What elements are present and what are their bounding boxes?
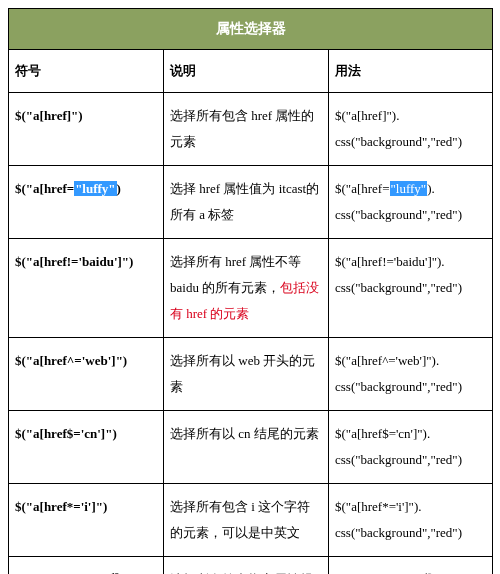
table-row: $("a[href="luffy") 选择 href 属性值为 itcast的所… bbox=[9, 166, 493, 239]
usage-cell: $("a[href][title='我']"). css("background… bbox=[329, 557, 493, 575]
desc-cell: 选择所有以 web 开头的元素 bbox=[164, 338, 329, 411]
symbol-cell: $("a[href*='i']") bbox=[9, 484, 164, 557]
highlight-text: "luffy" bbox=[390, 181, 428, 196]
header-symbol: 符号 bbox=[9, 50, 164, 93]
symbol-cell: $("a[href$='cn']") bbox=[9, 411, 164, 484]
usage-text: $("a[href= bbox=[335, 181, 390, 196]
table-row: $("a[href^='web']") 选择所有以 web 开头的元素 $("a… bbox=[9, 338, 493, 411]
table-row: $("a[href!='baidu']") 选择所有 href 属性不等baid… bbox=[9, 239, 493, 338]
usage-cell: $("a[href!='baidu']"). css("background",… bbox=[329, 239, 493, 338]
symbol-cell: $("a[href][title='我']") bbox=[9, 557, 164, 575]
symbol-text: $("a[href= bbox=[15, 181, 74, 196]
usage-cell: $("a[href$='cn']"). css("background","re… bbox=[329, 411, 493, 484]
attribute-selector-table: 属性选择器 符号 说明 用法 $("a[href]") 选择所有包含 href … bbox=[8, 8, 493, 574]
usage-cell: $("a[href="luffy"). css("background","re… bbox=[329, 166, 493, 239]
symbol-cell: $("a[href="luffy") bbox=[9, 166, 164, 239]
symbol-text: ) bbox=[117, 181, 121, 196]
symbol-cell: $("a[href]") bbox=[9, 93, 164, 166]
desc-cell: 选择所有以 cn 结尾的元素 bbox=[164, 411, 329, 484]
header-desc: 说明 bbox=[164, 50, 329, 93]
usage-cell: $("a[href*='i']"). css("background","red… bbox=[329, 484, 493, 557]
usage-cell: $("a[href]"). css("background","red") bbox=[329, 93, 493, 166]
usage-cell: $("a[href^='web']"). css("background","r… bbox=[329, 338, 493, 411]
symbol-cell: $("a[href^='web']") bbox=[9, 338, 164, 411]
desc-cell: 选择 href 属性值为 itcast的所有 a 标签 bbox=[164, 166, 329, 239]
highlight-text: "luffy" bbox=[74, 181, 116, 196]
table-row: $("a[href*='i']") 选择所有包含 i 这个字符的元素，可以是中英… bbox=[9, 484, 493, 557]
desc-cell: 选择所有包含 i 这个字符的元素，可以是中英文 bbox=[164, 484, 329, 557]
desc-cell: 选择所有 href 属性不等baidu 的所有元素，包括没有 href 的元素 bbox=[164, 239, 329, 338]
table-title: 属性选择器 bbox=[9, 9, 493, 50]
table-row: $("a[href]") 选择所有包含 href 属性的元素 $("a[href… bbox=[9, 93, 493, 166]
desc-cell: 选择所有包含 href 属性的元素 bbox=[164, 93, 329, 166]
desc-cell: 选择所有符合指定属性规则的元素，都符合才会被选中。 bbox=[164, 557, 329, 575]
header-usage: 用法 bbox=[329, 50, 493, 93]
table-row: $("a[href$='cn']") 选择所有以 cn 结尾的元素 $("a[h… bbox=[9, 411, 493, 484]
table-row: $("a[href][title='我']") 选择所有符合指定属性规则的元素，… bbox=[9, 557, 493, 575]
symbol-cell: $("a[href!='baidu']") bbox=[9, 239, 164, 338]
